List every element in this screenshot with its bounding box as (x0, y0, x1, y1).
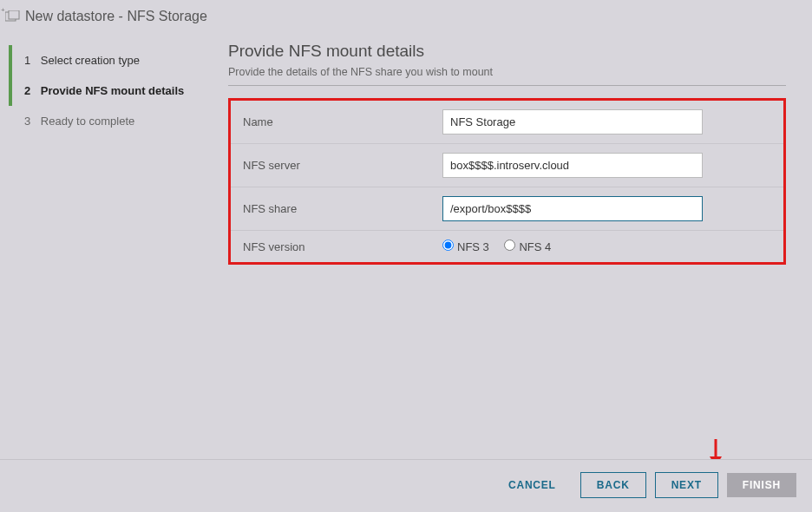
highlighted-form-area: Name NFS server NFS share NFS version (228, 98, 786, 265)
svg-rect-1 (9, 10, 19, 19)
back-button[interactable]: BACK (580, 472, 646, 498)
divider (228, 85, 786, 86)
dialog-titlebar: + New datastore - NFS Storage (0, 0, 812, 31)
nfs-server-label: NFS server (243, 159, 442, 172)
step-number: 2 (24, 84, 30, 97)
section-subheading: Provide the details of the NFS share you… (228, 66, 786, 78)
step-number: 3 (24, 115, 30, 128)
dialog-title: New datastore - NFS Storage (25, 9, 207, 24)
datastore-icon: + (5, 10, 20, 23)
step-select-creation-type[interactable]: 1 Select creation type (9, 45, 211, 75)
step-label: Provide NFS mount details (41, 84, 184, 97)
step-ready-to-complete[interactable]: 3 Ready to complete (9, 106, 211, 136)
finish-button: FINISH (727, 473, 796, 497)
nfs-version-4-option[interactable]: NFS 4 (504, 240, 551, 253)
wizard-steps-sidebar: 1 Select creation type 2 Provide NFS mou… (9, 31, 211, 461)
nfs-server-input[interactable] (442, 153, 703, 178)
step-label: Select creation type (41, 54, 140, 67)
nfs-version-4-radio[interactable] (504, 240, 515, 251)
next-button[interactable]: NEXT (655, 472, 718, 498)
section-heading: Provide NFS mount details (228, 42, 786, 61)
step-label: Ready to complete (41, 115, 134, 128)
name-label: Name (243, 115, 442, 128)
name-input[interactable] (442, 109, 703, 135)
nfs-version-3-option[interactable]: NFS 3 (442, 240, 492, 253)
main-panel: Provide NFS mount details Provide the de… (211, 31, 803, 461)
step-number: 1 (24, 54, 30, 67)
nfs-version-3-radio[interactable] (442, 240, 454, 251)
step-provide-nfs-mount-details[interactable]: 2 Provide NFS mount details (9, 75, 211, 106)
cancel-button[interactable]: CANCEL (493, 473, 572, 497)
dialog-footer: CANCEL BACK NEXT FINISH (0, 459, 812, 512)
nfs-version-label: NFS version (243, 240, 442, 253)
nfs-share-input[interactable] (442, 196, 703, 221)
nfs-share-label: NFS share (243, 202, 442, 215)
